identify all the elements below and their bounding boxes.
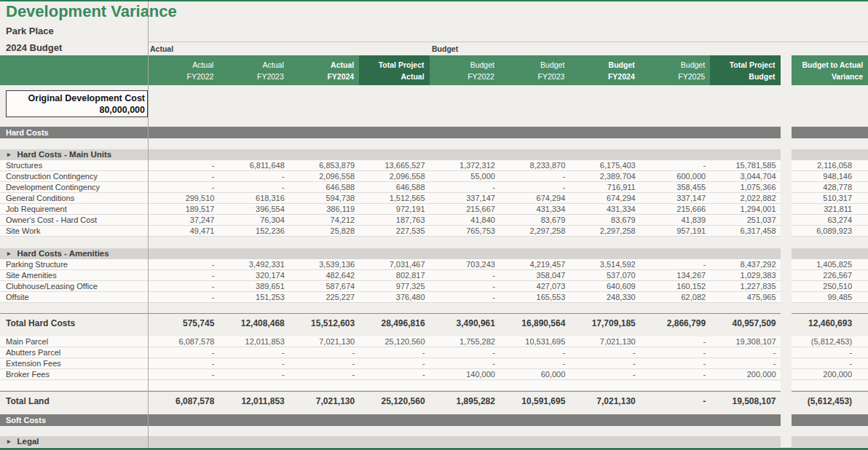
value-cell[interactable]: 160,152: [640, 281, 710, 292]
value-cell[interactable]: 83,679: [569, 215, 639, 226]
value-cell[interactable]: -: [149, 358, 218, 369]
value-cell[interactable]: 618,316: [218, 193, 288, 204]
value-cell[interactable]: 25,120,560: [359, 336, 429, 347]
value-cell[interactable]: 17,709,185: [569, 313, 639, 329]
variance-cell[interactable]: [792, 380, 868, 391]
value-cell[interactable]: 1,029,383: [710, 270, 780, 281]
value-cell[interactable]: 396,554: [218, 204, 288, 215]
value-cell[interactable]: 431,334: [569, 204, 639, 215]
value-cell[interactable]: -: [500, 182, 569, 193]
value-cell[interactable]: 389,651: [218, 281, 288, 292]
row-label[interactable]: Owner's Cost - Hard Cost: [0, 215, 149, 226]
value-cell[interactable]: -: [500, 347, 569, 358]
value-cell[interactable]: [149, 380, 218, 391]
value-cell[interactable]: 8,437,292: [710, 259, 780, 270]
value-cell[interactable]: 134,267: [640, 270, 710, 281]
value-cell[interactable]: 8,233,870: [500, 160, 569, 171]
value-cell[interactable]: 200,000: [710, 369, 780, 380]
value-cell[interactable]: 37,247: [149, 215, 218, 226]
column-header-budget-fy2022[interactable]: BudgetFY2022: [430, 55, 500, 85]
row-label[interactable]: Site Amenities: [0, 270, 149, 281]
value-cell[interactable]: 19,308,107: [710, 336, 780, 347]
value-cell[interactable]: -: [500, 171, 569, 182]
value-cell[interactable]: 646,588: [289, 182, 359, 193]
value-cell[interactable]: 6,087,578: [149, 336, 218, 347]
value-cell[interactable]: -: [569, 347, 639, 358]
value-cell[interactable]: -: [710, 358, 780, 369]
row-label[interactable]: Total Hard Costs: [0, 313, 149, 329]
value-cell[interactable]: -: [640, 336, 710, 347]
value-cell[interactable]: 10,531,695: [500, 336, 569, 347]
value-cell[interactable]: 3,514,592: [569, 259, 639, 270]
row-label[interactable]: Broker Fees: [0, 369, 149, 380]
value-cell[interactable]: [430, 380, 500, 391]
value-cell[interactable]: -: [218, 347, 288, 358]
value-cell[interactable]: 40,957,509: [710, 313, 780, 329]
value-cell[interactable]: [289, 380, 359, 391]
section-header[interactable]: Hard Costs: [0, 127, 781, 138]
row-label[interactable]: General Conditions: [0, 193, 149, 204]
value-cell[interactable]: 320,174: [218, 270, 288, 281]
value-cell[interactable]: 337,147: [430, 193, 500, 204]
value-cell[interactable]: -: [640, 369, 710, 380]
value-cell[interactable]: 337,147: [640, 193, 710, 204]
column-header-actual-fy2022[interactable]: ActualFY2022: [149, 55, 218, 85]
value-cell[interactable]: 13,665,527: [359, 160, 429, 171]
value-cell[interactable]: -: [289, 347, 359, 358]
value-cell[interactable]: 1,512,565: [359, 193, 429, 204]
header-corner-cell[interactable]: [0, 55, 149, 85]
value-cell[interactable]: -: [640, 160, 710, 171]
variance-cell[interactable]: -: [792, 347, 868, 358]
value-cell[interactable]: -: [710, 347, 780, 358]
value-cell[interactable]: -: [359, 369, 429, 380]
value-cell[interactable]: -: [149, 369, 218, 380]
value-cell[interactable]: -: [149, 347, 218, 358]
value-cell[interactable]: [569, 380, 639, 391]
value-cell[interactable]: 2,866,799: [640, 313, 710, 329]
value-cell[interactable]: 227,535: [359, 226, 429, 237]
value-cell[interactable]: 12,408,468: [218, 313, 288, 329]
value-cell[interactable]: 957,191: [640, 226, 710, 237]
value-cell[interactable]: 3,539,136: [289, 259, 359, 270]
value-cell[interactable]: -: [430, 270, 500, 281]
value-cell[interactable]: 15,781,585: [710, 160, 780, 171]
variance-cell[interactable]: 226,567: [792, 270, 868, 281]
value-cell[interactable]: -: [149, 171, 218, 182]
row-label[interactable]: Total Land: [0, 391, 149, 407]
value-cell[interactable]: 41,840: [430, 215, 500, 226]
column-header-total-project-actual[interactable]: Total ProjectActual: [359, 55, 429, 85]
column-header-budget-fy2023[interactable]: BudgetFY2023: [500, 55, 569, 85]
value-cell[interactable]: 716,911: [569, 182, 639, 193]
value-cell[interactable]: 1,895,282: [430, 391, 500, 407]
value-cell[interactable]: 7,021,130: [569, 336, 639, 347]
value-cell[interactable]: 537,070: [569, 270, 639, 281]
value-cell[interactable]: 10,591,695: [500, 391, 569, 407]
value-cell[interactable]: 427,073: [500, 281, 569, 292]
variance-cell[interactable]: 948,146: [792, 171, 868, 182]
variance-cell[interactable]: 12,460,693: [792, 313, 868, 329]
value-cell[interactable]: 62,082: [640, 292, 710, 303]
row-label[interactable]: [0, 380, 149, 391]
variance-cell[interactable]: 1,405,825: [792, 259, 868, 270]
variance-cell[interactable]: (5,812,453): [792, 336, 868, 347]
value-cell[interactable]: 28,496,816: [359, 313, 429, 329]
value-cell[interactable]: 600,000: [640, 171, 710, 182]
value-cell[interactable]: 25,828: [289, 226, 359, 237]
value-cell[interactable]: 7,021,130: [289, 336, 359, 347]
value-cell[interactable]: 19,508,107: [710, 391, 780, 407]
value-cell[interactable]: 386,119: [289, 204, 359, 215]
value-cell[interactable]: -: [640, 358, 710, 369]
value-cell[interactable]: -: [218, 358, 288, 369]
value-cell[interactable]: 187,763: [359, 215, 429, 226]
value-cell[interactable]: 251,037: [710, 215, 780, 226]
expand-arrow-icon[interactable]: ▸: [7, 151, 11, 158]
column-header-total-project-budget[interactable]: Total ProjectBudget: [710, 55, 780, 85]
variance-cell[interactable]: 99,485: [792, 292, 868, 303]
value-cell[interactable]: -: [430, 358, 500, 369]
value-cell[interactable]: 2,096,558: [359, 171, 429, 182]
value-cell[interactable]: 83,679: [500, 215, 569, 226]
value-cell[interactable]: 1,294,001: [710, 204, 780, 215]
row-label[interactable]: Main Parcel: [0, 336, 149, 347]
value-cell[interactable]: -: [149, 160, 218, 171]
value-cell[interactable]: 431,334: [500, 204, 569, 215]
